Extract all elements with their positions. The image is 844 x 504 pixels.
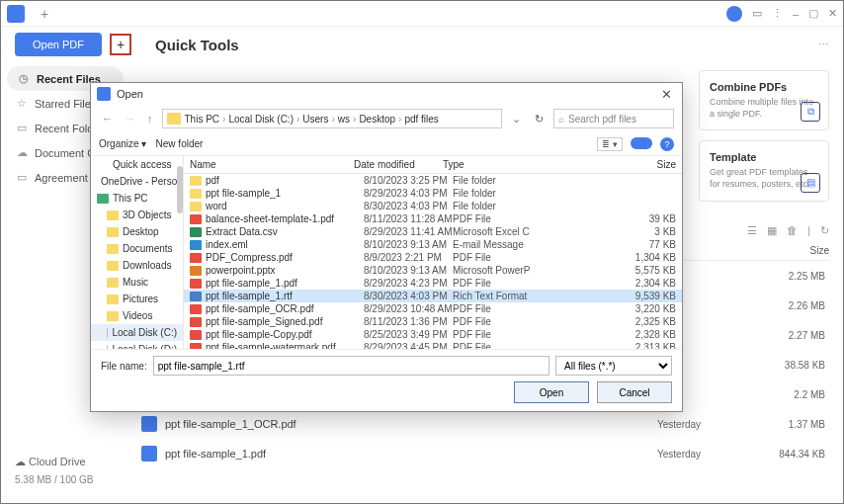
nav-item[interactable]: Desktop [91,223,183,240]
file-type-icon [190,202,202,211]
file-name: powerpoint.pptx [206,265,364,276]
breadcrumb-seg[interactable]: ws [338,114,350,125]
file-row[interactable]: ppt file-sample-Copy.pdf8/25/2023 3:49 P… [184,328,682,341]
file-size: 2,325 KB [530,316,676,327]
cancel-button[interactable]: Cancel [597,381,672,403]
new-tab-button[interactable]: + [33,6,56,22]
combine-pdfs-card[interactable]: Combine PDFs Combine multiple files into… [699,70,829,130]
file-row[interactable]: PDF_Compress.pdf8/9/2023 2:21 PMPDF File… [184,251,682,264]
new-folder-button[interactable]: New folder [156,138,204,149]
nav-label: OneDrive - Person [101,176,183,187]
col-date[interactable]: Date modified [354,159,443,170]
breadcrumb-seg[interactable]: pdf files [404,114,438,125]
open-pdf-button[interactable]: Open PDF [15,33,102,56]
breadcrumb-seg[interactable]: Local Disk (C:) [228,114,294,125]
file-row[interactable]: Extract Data.csv8/29/2023 11:41 AMMicros… [184,225,682,238]
open-button[interactable]: Open [514,381,589,403]
file-date: 8/29/2023 10:48 AM [364,303,453,314]
nav-item[interactable]: Music [91,274,183,291]
file-row[interactable]: ppt file-sample_18/29/2023 4:03 PMFile f… [184,187,682,200]
maximize-button[interactable]: ▢ [808,7,818,20]
nav-item[interactable]: Documents [91,240,183,257]
nav-up-button[interactable]: ↑ [144,113,156,125]
file-row[interactable]: ppt file-sample_OCR.pdf8/29/2023 10:48 A… [184,302,682,315]
template-card[interactable]: Template Get great PDF templates for res… [699,140,829,201]
add-file-button[interactable]: + [110,34,131,55]
kebab-menu-icon[interactable]: ⋮ [772,7,783,20]
file-row[interactable]: index.eml8/10/2023 9:13 AME-mail Message… [184,238,682,251]
file-row[interactable]: ppt file-sample_1.pdf8/29/2023 4:23 PMPD… [184,277,682,290]
nav-item[interactable]: Pictures [91,291,183,307]
filename-input[interactable] [153,356,549,376]
nav-forward-button[interactable]: → [122,113,138,125]
chevron-down-icon: ▾ [141,138,146,149]
nav-item[interactable]: 3D Objects [91,207,183,223]
nav-back-button[interactable]: ← [99,113,116,125]
file-row[interactable]: pdf8/10/2023 3:25 PMFile folder [184,174,682,187]
nav-item[interactable]: Videos [91,307,183,324]
nav-item[interactable]: This PC [91,190,183,207]
file-row[interactable]: ppt file-sample-watermark.pdf8/29/2023 4… [184,341,682,349]
breadcrumb-seg[interactable]: Desktop [359,114,395,125]
more-icon[interactable]: ⋯ [818,39,829,51]
nav-item[interactable]: Local Disk (D:) [91,341,183,349]
view-list-icon[interactable]: ☰ [747,224,757,237]
file-row[interactable]: powerpoint.pptx8/10/2023 9:13 AMMicrosof… [184,264,682,277]
breadcrumb-seg[interactable]: Users [302,114,328,125]
file-type-filter[interactable]: All files (*.*) [555,356,672,376]
file-name: balance-sheet-template-1.pdf [206,213,364,224]
view-grid-icon[interactable]: ▦ [767,224,777,237]
close-window-button[interactable]: ✕ [828,7,837,20]
file-size: 2,304 KB [530,278,676,289]
breadcrumb[interactable]: This PC›Local Disk (C:)›Users›ws›Desktop… [162,109,503,128]
preview-toggle[interactable] [631,137,652,149]
search-icon: ⌕ [558,114,564,125]
recent-file-row[interactable]: ppt file-sample_1_OCR.pdfYesterday1.37 M… [137,409,829,439]
dialog-close-button[interactable]: ✕ [657,87,676,102]
scrollbar-thumb[interactable] [177,166,183,213]
col-size[interactable]: Size [520,159,676,170]
search-placeholder: Search pdf files [568,114,636,125]
file-date: 8/29/2023 4:45 PM [364,342,453,349]
search-input[interactable]: ⌕ Search pdf files [553,109,674,128]
recent-file-row[interactable]: ppt file-sample_1.pdfYesterday844.34 KB [137,439,829,468]
refresh-icon[interactable]: ↻ [820,224,829,237]
delete-icon[interactable]: 🗑 [787,224,798,237]
nav-item[interactable]: Downloads [91,257,183,274]
refresh-button[interactable]: ↻ [531,113,548,126]
file-list: pdf8/10/2023 3:25 PMFile folderppt file-… [184,174,682,349]
file-date: 8/29/2023 4:23 PM [364,278,453,289]
breadcrumb-dropdown-icon[interactable]: ⌄ [508,113,525,126]
user-avatar-icon[interactable] [726,6,742,22]
cloud-drive-label[interactable]: ☁ Cloud Drive [15,456,94,468]
file-type: PDF File [453,213,530,224]
col-name[interactable]: Name [190,159,354,170]
breadcrumb-seg[interactable]: This PC [185,114,220,125]
folder-icon: ▭ [15,122,29,134]
minimize-button[interactable]: – [793,8,799,20]
col-size[interactable]: Size [774,245,829,256]
col-type[interactable]: Type [443,159,520,170]
view-mode-button[interactable]: ≣ ▾ [597,137,623,151]
feedback-icon[interactable]: ▭ [752,7,762,20]
nav-label: 3D Objects [123,210,171,220]
file-row[interactable]: word8/30/2023 4:03 PMFile folder [184,200,682,212]
cloud-drive-section: ☁ Cloud Drive 5.38 MB / 100 GB [15,456,94,485]
nav-label: Videos [123,310,152,321]
cloud-icon: ☁ [15,146,29,159]
file-size: 2.25 MB [756,271,825,282]
nav-item[interactable]: OneDrive - Person [91,173,183,190]
nav-item[interactable]: Quick access [91,156,183,173]
help-icon[interactable]: ? [660,137,674,151]
file-name: index.eml [206,239,364,250]
quick-tools-title: Quick Tools [155,37,239,53]
file-row[interactable]: ppt file-sample_Signed.pdf8/11/2023 1:36… [184,315,682,328]
file-row[interactable]: balance-sheet-template-1.pdf8/11/2023 11… [184,212,682,225]
filename-label: File name: [101,361,147,372]
file-name: ppt file-sample_1.pdf [206,278,364,289]
nav-item[interactable]: Local Disk (C:) [91,324,183,341]
file-date: 8/30/2023 4:03 PM [364,201,453,211]
file-size: 39 KB [530,213,676,224]
organize-menu[interactable]: Organize ▾ [99,138,146,149]
file-row[interactable]: ppt file-sample_1.rtf8/30/2023 4:03 PMRi… [184,290,682,302]
